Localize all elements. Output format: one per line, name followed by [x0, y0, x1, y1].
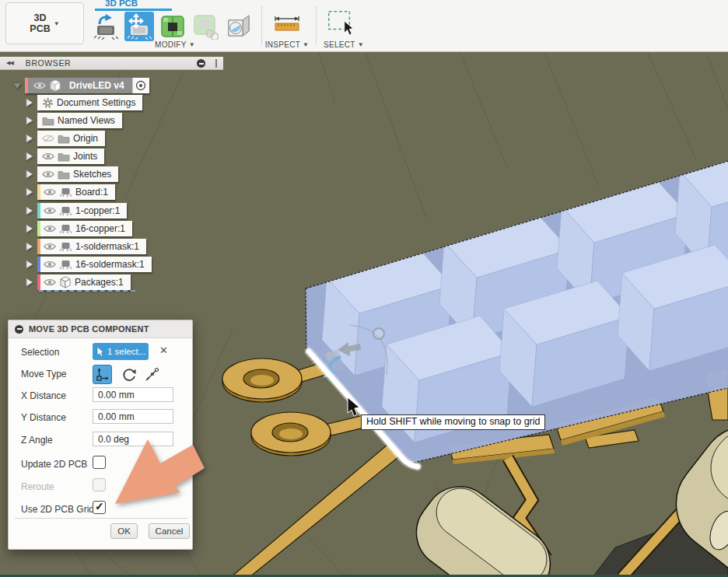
panel-grip[interactable] [215, 59, 217, 68]
eye-icon[interactable] [42, 170, 54, 179]
chip-icon [59, 259, 72, 270]
update-2d-pcb-checkbox[interactable] [93, 456, 106, 469]
selection-count: 1 select... [107, 347, 145, 356]
tree-row-label: DriveLED v4 [65, 80, 129, 91]
collapse-panel-icon[interactable]: ◀◀ [6, 60, 13, 66]
component-color-bar [25, 78, 28, 93]
browser-panel-header[interactable]: ◀◀ BROWSER [0, 57, 223, 70]
reroute-checkbox [93, 478, 106, 491]
inspect-menu[interactable]: INSPECT ▼ [263, 40, 311, 49]
measure-ruler-icon[interactable] [272, 9, 302, 39]
selection-label: Selection [21, 347, 59, 358]
chevron-down-icon: ▼ [358, 41, 364, 48]
eye-icon[interactable] [44, 242, 56, 251]
tree-row-board[interactable]: Board:1 [24, 184, 115, 200]
x-distance-label: X Distance [21, 390, 66, 401]
tree-row-label: 1-copper:1 [75, 205, 120, 216]
move-component-icon[interactable] [124, 12, 154, 41]
modify-menu[interactable]: MODIFY ▼ [142, 40, 208, 49]
linked-board-icon [191, 12, 220, 41]
move-type-rotate-button[interactable] [119, 365, 138, 384]
expand-triangle-icon[interactable] [12, 80, 23, 91]
update-2d-pcb-label: Update 2D PCB [21, 459, 87, 470]
tree-row-label: Board:1 [75, 187, 108, 198]
through-hole-pad-2[interactable] [251, 412, 331, 456]
tree-row-16-soldermask[interactable]: 16-soldermask:1 [24, 257, 152, 272]
y-distance-label: Y Distance [21, 412, 66, 423]
through-hole-pad-1[interactable] [222, 358, 302, 402]
expand-triangle-icon[interactable] [24, 259, 35, 270]
expand-triangle-icon[interactable] [24, 277, 35, 288]
expand-triangle-icon[interactable] [24, 223, 35, 234]
rotate-component-icon[interactable] [92, 12, 121, 41]
tree-row-root[interactable]: DriveLED v4 [12, 78, 149, 93]
layer-color-bar [37, 221, 40, 236]
clear-selection-icon[interactable]: ✕ [159, 345, 168, 355]
move-3d-pcb-component-dialog: MOVE 3D PCB COMPONENT Selection 1 select… [8, 320, 193, 550]
expand-triangle-icon[interactable] [24, 169, 35, 180]
tree-row-16-copper[interactable]: 16-copper:1 [24, 221, 132, 236]
eye-icon[interactable] [44, 278, 56, 287]
y-distance-input[interactable] [93, 409, 173, 424]
eye-icon[interactable] [44, 260, 56, 269]
selection-chip-button[interactable]: 1 select... [93, 343, 149, 360]
tree-row-joints[interactable]: Joints [24, 149, 104, 164]
expand-triangle-icon[interactable] [24, 133, 35, 144]
folder-icon [42, 116, 54, 126]
expand-triangle-icon[interactable] [24, 205, 35, 216]
tree-row-1-copper[interactable]: 1-copper:1 [24, 203, 127, 219]
eye-icon[interactable] [44, 187, 56, 197]
tree-row-origin[interactable]: Origin [24, 131, 105, 146]
z-angle-input[interactable] [93, 432, 173, 446]
move-type-translate-button[interactable] [93, 365, 112, 384]
x-distance-input[interactable] [93, 387, 173, 402]
dialog-divider [15, 518, 187, 519]
eye-icon[interactable] [33, 81, 46, 90]
tree-row-label: 1-soldermask:1 [75, 241, 139, 252]
eye-icon[interactable] [44, 224, 56, 233]
tree-row-1-soldermask[interactable]: 1-soldermask:1 [24, 239, 146, 254]
eye-hidden-icon[interactable] [42, 134, 54, 143]
toolbar-separator [316, 6, 317, 45]
tree-row-sketches[interactable]: Sketches [24, 166, 118, 182]
cursor-icon [96, 347, 104, 357]
cancel-button[interactable]: Cancel [149, 523, 190, 539]
move-type-point-to-point-button[interactable] [142, 365, 161, 384]
selection-dashed-underline [39, 290, 135, 292]
expand-triangle-icon[interactable] [24, 187, 35, 198]
folder-icon [58, 152, 70, 162]
folder-icon [58, 134, 70, 144]
chip-icon [59, 205, 72, 216]
tab-3d-pcb[interactable]: 3D PCB [105, 0, 138, 8]
eye-icon[interactable] [44, 206, 56, 215]
workspace-switcher-button[interactable]: 3D PCB ▼ [5, 2, 84, 44]
component-cube-icon [59, 276, 72, 288]
folder-icon [58, 170, 70, 180]
dialog-header[interactable]: MOVE 3D PCB COMPONENT [9, 320, 192, 338]
use-2d-pcb-grid-label: Use 2D PCB Grid [21, 504, 94, 515]
tree-row-named-views[interactable]: Named Views [24, 113, 122, 128]
section-cube-icon[interactable] [223, 12, 253, 41]
layer-color-bar [37, 257, 40, 272]
layer-color-bar [37, 184, 40, 200]
expand-triangle-icon[interactable] [24, 115, 35, 126]
chip-icon [59, 241, 72, 252]
ok-button[interactable]: OK [110, 523, 138, 539]
expand-triangle-icon[interactable] [24, 97, 35, 108]
tree-row-packages[interactable]: Packages:1 [24, 275, 131, 290]
select-menu[interactable]: SELECT ▼ [320, 40, 368, 49]
activate-component-radio[interactable] [132, 78, 149, 93]
expand-triangle-icon[interactable] [24, 151, 35, 162]
active-tab-underline [95, 9, 172, 11]
tree-row-document-settings[interactable]: Document Settings [24, 95, 142, 110]
tree-row-label: Document Settings [57, 97, 135, 108]
eye-icon[interactable] [42, 152, 54, 161]
component-color-bar [37, 275, 40, 290]
collapse-dialog-icon[interactable] [15, 325, 23, 334]
board-icon[interactable] [158, 12, 187, 41]
use-2d-pcb-grid-checkbox[interactable] [93, 501, 106, 514]
expand-triangle-icon[interactable] [24, 241, 35, 252]
collapse-tree-icon[interactable] [197, 59, 205, 68]
reroute-label: Reroute [21, 481, 54, 492]
selection-box-icon[interactable] [325, 8, 355, 37]
